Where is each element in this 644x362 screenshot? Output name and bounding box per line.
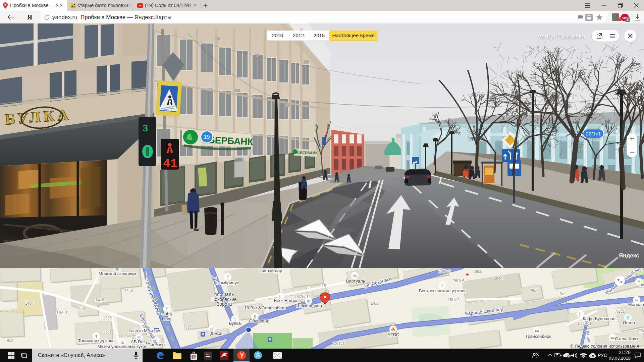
svg-text:26/1с3: 26/1с3 — [447, 298, 460, 302]
svg-text:22/1с1: 22/1с1 — [333, 341, 345, 346]
svg-text:Виртуаль: Виртуаль — [346, 279, 365, 284]
svg-text:7/2с: 7/2с — [638, 328, 644, 333]
svg-text:14с3: 14с3 — [124, 288, 133, 293]
svg-text:10/14с1: 10/14с1 — [577, 321, 592, 326]
svg-text:М: М — [202, 333, 204, 336]
svg-text:🔥: 🔥 — [391, 327, 396, 332]
svg-text:👕: 👕 — [626, 315, 631, 320]
svg-text:25: 25 — [321, 284, 326, 288]
svg-text:Lash in Moscow: Lash in Moscow — [128, 328, 160, 333]
svg-text:19 Bar & Atmosphere: 19 Bar & Atmosphere — [244, 305, 286, 310]
svg-text:AB Daily: AB Daily — [131, 339, 148, 344]
svg-text:13с1: 13с1 — [103, 330, 112, 335]
svg-text:✝: ✝ — [440, 283, 444, 288]
svg-text:9с2: 9с2 — [7, 338, 13, 343]
svg-text:© Яндекс Условия использования: © Яндекс Условия использования — [570, 344, 639, 349]
svg-text:Шоколадниц: Шоколадниц — [297, 303, 322, 308]
svg-text:☕: ☕ — [306, 299, 311, 304]
svg-text:🍸: 🍸 — [225, 275, 230, 280]
svg-text:УГПС: УГПС — [388, 332, 399, 337]
svg-text:🛏: 🛏 — [610, 336, 614, 340]
svg-text:🛏: 🛏 — [535, 328, 539, 333]
svg-text:13Ас1: 13Ас1 — [56, 310, 68, 315]
svg-text:17: 17 — [187, 326, 192, 330]
svg-text:Ворота: Ворота — [216, 301, 232, 307]
svg-text:Троицкая церковь: Троицкая церковь — [78, 338, 115, 343]
svg-text:Морской аквариум: Морской аквариум — [99, 271, 137, 276]
svg-text:21-23/25с1: 21-23/25с1 — [288, 294, 309, 299]
svg-text:Дикси: Дикси — [210, 331, 222, 336]
svg-text:S: S — [256, 352, 260, 359]
svg-text:28с5: 28с5 — [474, 269, 482, 274]
svg-text:8с1: 8с1 — [559, 292, 566, 296]
svg-text:28/6с3: 28/6с3 — [438, 269, 450, 274]
svg-text:🛍: 🛍 — [353, 274, 357, 278]
svg-text:+: + — [466, 272, 469, 277]
svg-text:🍸: 🍸 — [164, 306, 169, 311]
svg-text:41: 41 — [163, 157, 177, 171]
svg-text:Марианн: Марианн — [628, 302, 644, 307]
svg-text:Кафе Булошная: Кафе Булошная — [583, 316, 615, 321]
svg-text:7/2с1: 7/2с1 — [615, 309, 625, 314]
svg-text:24/2: 24/2 — [371, 301, 379, 306]
svg-text:Отель Хауз: Отель Хауз — [615, 336, 638, 341]
svg-text:28с4: 28с4 — [494, 276, 502, 281]
svg-text:26/1с5: 26/1с5 — [452, 279, 465, 283]
svg-text:Cuba: Cuba — [161, 311, 172, 316]
svg-text:М: М — [269, 338, 271, 342]
svg-text:верт: верт — [640, 282, 644, 287]
svg-text:14с4: 14с4 — [25, 301, 34, 306]
svg-text:13с2: 13с2 — [118, 335, 127, 339]
svg-text:14с8: 14с8 — [95, 298, 104, 302]
svg-text:28с7: 28с7 — [530, 288, 538, 293]
svg-text:Libre: Libre — [162, 316, 172, 321]
svg-text:Gerda: Gerda — [623, 320, 635, 325]
svg-text:Яндекс: Яндекс — [619, 252, 639, 259]
svg-text:🐘: 🐘 — [115, 268, 120, 272]
svg-text:СБЕРБАНК: СБЕРБАНК — [297, 151, 318, 155]
svg-text:площадь: площадь — [214, 292, 234, 297]
svg-text:Транссибирь: Транссибирь — [525, 334, 551, 339]
svg-text:Чистый дар: Чистый дар — [259, 268, 282, 273]
svg-text:13с5: 13с5 — [103, 316, 112, 320]
svg-text:Воскресенская церковь: Воскресенская церковь — [419, 288, 467, 293]
svg-text:3: 3 — [142, 123, 148, 134]
svg-text:Сбербанк: Сбербанк — [249, 318, 269, 323]
svg-text:Гамбринус: Гамбринус — [217, 280, 239, 285]
svg-text:Музей уникальных кукол: Музей уникальных кукол — [97, 344, 147, 349]
svg-text:14с9: 14с9 — [76, 306, 85, 311]
svg-text:Булка: Булка — [229, 321, 241, 326]
svg-text:🍴: 🍴 — [578, 311, 583, 316]
